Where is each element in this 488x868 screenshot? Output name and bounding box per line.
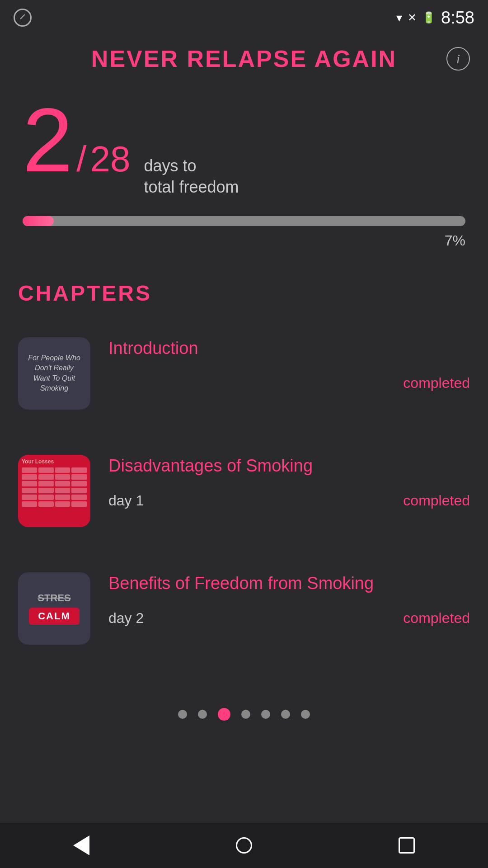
pagination	[0, 690, 488, 748]
nav-back-icon	[73, 835, 89, 855]
header: NEVER RELAPSE AGAIN i	[0, 32, 488, 77]
chapter-thumbnail-3: STRES CALM	[18, 572, 90, 645]
info-icon: i	[456, 51, 460, 66]
nav-home-icon	[236, 837, 252, 854]
days-current: 2	[23, 95, 73, 185]
chapter-item-3[interactable]: STRES CALM Benefits of Freedom from Smok…	[18, 563, 470, 654]
dot-1[interactable]	[178, 710, 187, 719]
status-time: 8:58	[441, 8, 474, 28]
chapter-thumbnail-1: For People Who Don't Really Want To Quit…	[18, 337, 90, 410]
chapter-day-2: day 1	[108, 492, 144, 509]
dot-6[interactable]	[281, 710, 290, 719]
chapter-status-2: completed	[403, 492, 470, 509]
dot-3-active[interactable]	[218, 708, 230, 721]
clock-icon	[14, 9, 32, 27]
status-left	[14, 9, 32, 27]
days-label: days to total freedom	[144, 156, 239, 198]
thumb-intro-text: For People Who Don't Really Want To Quit…	[25, 353, 83, 394]
days-to-text: days to	[144, 156, 239, 177]
chapter-info-1: Introduction completed	[108, 337, 470, 392]
app-title: NEVER RELAPSE AGAIN	[18, 45, 470, 72]
chapters-section: CHAPTERS For People Who Don't Really Wan…	[0, 258, 488, 690]
progress-bar-fill	[23, 216, 54, 226]
thumb-table	[22, 467, 87, 524]
thumb-calm-badge: CALM	[29, 608, 80, 625]
days-counter: 2 / 28 days to total freedom	[23, 95, 465, 198]
chapter-item-1[interactable]: For People Who Don't Really Want To Quit…	[18, 328, 470, 419]
progress-section: 2 / 28 days to total freedom 7%	[0, 77, 488, 258]
dot-7[interactable]	[301, 710, 310, 719]
wifi-icon: ▾	[396, 11, 402, 25]
signal-icon: ✕	[408, 11, 417, 24]
chapter-name-1: Introduction	[108, 337, 470, 359]
thumb-stress-text: STRES	[38, 592, 70, 604]
days-separator: /	[76, 138, 86, 180]
status-right: ▾ ✕ 🔋 8:58	[396, 8, 474, 28]
chapter-info-2: Disadvantages of Smoking day 1 completed	[108, 455, 470, 509]
chapter-info-3: Benefits of Freedom from Smoking day 2 c…	[108, 572, 470, 627]
chapter-status-3: completed	[403, 610, 470, 627]
dot-2[interactable]	[198, 710, 207, 719]
nav-recent-icon	[399, 837, 415, 854]
chapter-status-1: completed	[403, 375, 470, 392]
info-button[interactable]: i	[446, 47, 470, 71]
chapters-title: CHAPTERS	[18, 281, 470, 306]
thumb-disadv-label: Your Losses	[22, 458, 87, 465]
days-total: 28	[90, 138, 130, 180]
chapter-day-3: day 2	[108, 610, 144, 627]
nav-bar	[0, 823, 488, 868]
chapter-name-3: Benefits of Freedom from Smoking	[108, 572, 470, 594]
nav-recent-button[interactable]	[389, 827, 425, 863]
battery-icon: 🔋	[422, 11, 436, 24]
nav-back-button[interactable]	[63, 827, 99, 863]
chapter-thumbnail-2: Your Losses	[18, 455, 90, 527]
chapter-meta-2: day 1 completed	[108, 492, 470, 509]
progress-percent: 7%	[23, 232, 465, 249]
progress-bar-container	[23, 216, 465, 226]
chapter-item-2[interactable]: Your Losses Disadvantages of Smoking day…	[18, 446, 470, 536]
chapter-meta-1: completed	[108, 375, 470, 392]
dot-5[interactable]	[261, 710, 270, 719]
freedom-text: total freedom	[144, 177, 239, 198]
nav-home-button[interactable]	[226, 827, 262, 863]
chapter-meta-3: day 2 completed	[108, 610, 470, 627]
chapter-name-2: Disadvantages of Smoking	[108, 455, 470, 477]
dot-4[interactable]	[241, 710, 250, 719]
status-bar: ▾ ✕ 🔋 8:58	[0, 0, 488, 32]
